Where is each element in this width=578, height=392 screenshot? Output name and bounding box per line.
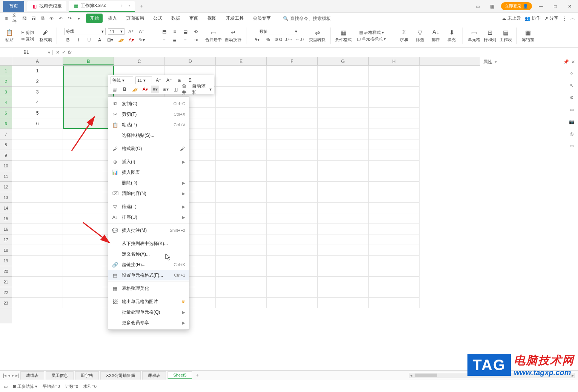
cell[interactable]	[12, 298, 63, 308]
cell[interactable]	[318, 245, 369, 256]
fill-button[interactable]: ⬇填充	[445, 29, 458, 43]
font-color-button[interactable]: A▾	[127, 36, 135, 44]
dropdown-icon[interactable]: ▾	[75, 15, 82, 22]
freeze-button[interactable]: ▦冻结窗	[521, 29, 534, 43]
align-bot-icon[interactable]: ⬓	[181, 28, 189, 35]
cell[interactable]: 1	[12, 66, 63, 76]
align-mid-icon[interactable]: ≡	[171, 28, 179, 35]
add-sheet-button[interactable]: ＋	[194, 372, 201, 378]
cell[interactable]	[216, 139, 267, 150]
mini-eraser[interactable]: ◫	[172, 86, 180, 93]
cell[interactable]	[216, 118, 267, 129]
cell[interactable]	[369, 129, 420, 139]
cell[interactable]: 3	[12, 87, 63, 97]
cell[interactable]	[267, 76, 318, 87]
cell[interactable]	[318, 129, 369, 139]
cell[interactable]	[63, 76, 114, 87]
cell[interactable]	[318, 66, 369, 76]
row-header-13[interactable]: 13	[0, 192, 12, 203]
menu-tab-start[interactable]: 开始	[86, 14, 103, 23]
ctx-Q[interactable]: 批量处理单元格(Q)▶	[108, 307, 189, 317]
sheet-next-icon[interactable]: ▸	[12, 373, 14, 378]
ctx-[interactable]: 🖼输出单元格为图片♛	[108, 296, 189, 307]
cell[interactable]	[369, 245, 420, 256]
row-header-2[interactable]: 2	[0, 76, 12, 87]
ctx-U[interactable]: A↓排序(U)▶	[108, 212, 189, 222]
cell[interactable]	[216, 192, 267, 203]
sheet-last-icon[interactable]: ▸|	[15, 373, 19, 378]
rowcol-button[interactable]: ⊞行和列	[483, 29, 496, 43]
cell[interactable]	[63, 234, 114, 245]
grid-icon[interactable]: ▦	[487, 1, 497, 12]
menu-tab-view[interactable]: 视图	[204, 14, 220, 23]
coop-button[interactable]: 👥协作	[525, 15, 541, 21]
row-header-7[interactable]: 7	[0, 129, 12, 139]
col-header-A[interactable]: A	[12, 57, 63, 65]
merge-button[interactable]: ▭合并居中	[205, 29, 222, 43]
cell[interactable]	[318, 171, 369, 182]
ctx-H[interactable]: 🔗超链接(H)...Ctrl+K	[108, 259, 189, 270]
cell[interactable]	[267, 224, 318, 234]
paste-button[interactable]: 📋粘贴	[3, 29, 16, 43]
row-header-16[interactable]: 16	[0, 224, 12, 234]
indent-icon[interactable]: ⇥	[192, 36, 200, 44]
name-box-input[interactable]	[8, 50, 45, 55]
mini-fill-color[interactable]: ◢▾	[131, 86, 139, 93]
cell[interactable]	[267, 192, 318, 203]
cut-button[interactable]: ✂剪切	[21, 30, 34, 35]
worksheet-button[interactable]: ▤工作表	[499, 29, 512, 43]
row-header-1[interactable]: 1	[0, 66, 12, 76]
mini-format-icon[interactable]: ▤	[111, 86, 118, 93]
mini-size-combo[interactable]: 11▾	[135, 77, 152, 84]
more-icon[interactable]: ⋮	[562, 16, 567, 21]
login-button[interactable]: 立即登录👤	[501, 2, 532, 10]
name-box[interactable]: ▾	[0, 50, 53, 55]
cond-format-button[interactable]: ▦条件格式	[335, 29, 352, 43]
cell[interactable]	[369, 108, 420, 118]
sheet-tab-2[interactable]: 田字格	[75, 371, 99, 380]
mini-align[interactable]: ≡▾	[151, 86, 159, 93]
redo-icon[interactable]: ↷	[66, 15, 73, 22]
percent-icon[interactable]: %	[264, 36, 272, 43]
number-format-combo[interactable]: 数值▾	[258, 28, 299, 35]
row-header-3[interactable]: 3	[0, 87, 12, 97]
cell[interactable]	[12, 287, 63, 298]
ctx-A[interactable]: 定义名称(A)...	[108, 249, 189, 259]
cell[interactable]	[369, 118, 420, 129]
cursor-icon[interactable]: ↖	[570, 83, 573, 88]
cell[interactable]	[216, 129, 267, 139]
sheet-tab-1[interactable]: 员工信息	[46, 371, 74, 380]
align-left-icon[interactable]: ≡	[160, 36, 168, 44]
minimize-button[interactable]: —	[536, 1, 546, 12]
strike-button[interactable]: A̶	[95, 36, 104, 44]
cell[interactable]	[267, 129, 318, 139]
comma-icon[interactable]: 000	[274, 36, 283, 43]
tab-templates[interactable]: ◧ 找稻壳模板	[27, 1, 66, 11]
cell[interactable]	[216, 182, 267, 192]
cell[interactable]	[216, 203, 267, 213]
cell[interactable]	[318, 76, 369, 87]
row-header-9[interactable]: 9	[0, 150, 12, 161]
font-size-combo[interactable]: 11▾	[108, 28, 125, 35]
cell[interactable]	[12, 224, 63, 234]
cell[interactable]	[267, 234, 318, 245]
col-header-C[interactable]: C	[114, 57, 165, 65]
bold-button[interactable]: B	[64, 36, 72, 44]
decrease-font-icon[interactable]: A⁻	[137, 28, 146, 35]
cell[interactable]	[12, 213, 63, 224]
type-convert-button[interactable]: ⇄类型转换	[309, 29, 326, 43]
ctx-M[interactable]: 💬插入批注(M)Shift+F2	[108, 225, 189, 236]
book-icon[interactable]: ▭	[570, 143, 574, 149]
settings-icon[interactable]: ⚙	[570, 95, 574, 100]
menu-tab-member[interactable]: 会员专享	[249, 14, 275, 23]
sheet-tab-4[interactable]: 课程表	[142, 371, 166, 380]
mini-inc-font[interactable]: A⁺	[154, 77, 163, 84]
mini-bold[interactable]: B	[121, 86, 129, 93]
tab-home[interactable]: 首页	[3, 1, 24, 12]
cell[interactable]	[318, 277, 369, 287]
cell[interactable]	[318, 234, 369, 245]
cell[interactable]	[318, 224, 369, 234]
row-header-10[interactable]: 10	[0, 161, 12, 171]
row-header-6[interactable]: 6	[0, 118, 12, 129]
share-button[interactable]: ↗分享	[544, 15, 558, 21]
